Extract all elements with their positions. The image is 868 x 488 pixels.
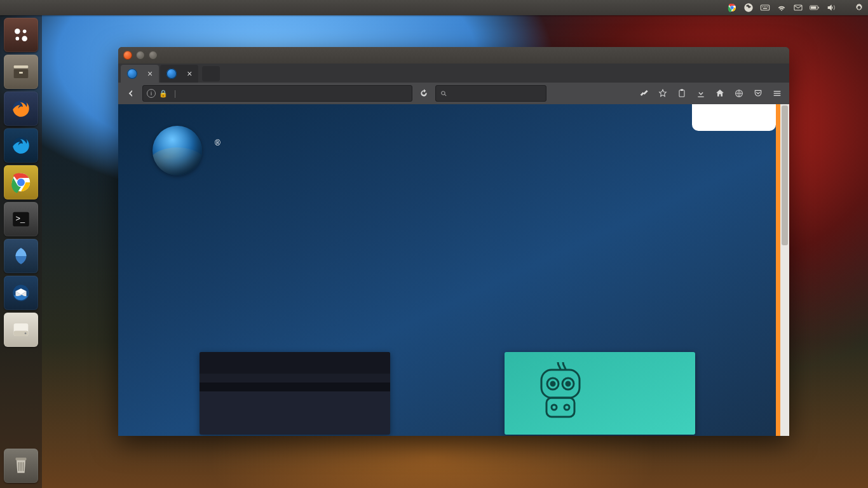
svg-rect-31 — [20, 462, 22, 471]
svg-point-22 — [17, 179, 25, 186]
unity-launcher: >_ — [0, 15, 42, 488]
svg-rect-38 — [774, 95, 781, 96]
svg-rect-32 — [23, 462, 24, 471]
svg-point-1 — [730, 6, 733, 9]
search-bar[interactable] — [435, 85, 546, 102]
battery-indicator-icon[interactable] — [810, 3, 820, 13]
feature-card-challenger[interactable] — [505, 352, 695, 435]
svg-text:>_: >_ — [16, 214, 25, 223]
launcher-firefox[interactable] — [4, 92, 38, 126]
devtools-header — [200, 352, 390, 374]
hero-section — [118, 215, 776, 265]
svg-rect-18 — [19, 72, 23, 74]
devtools-tabs — [200, 374, 390, 383]
window-close-button[interactable] — [123, 51, 132, 60]
mozilla-corner-tab[interactable] — [692, 104, 776, 131]
keyboard-indicator-icon[interactable] — [760, 3, 770, 13]
devtools-timeline — [200, 383, 390, 391]
window-titlebar[interactable] — [118, 47, 789, 64]
page-content: ® — [118, 104, 789, 436]
browser-window: × × i 🔒 | — [118, 47, 789, 436]
svg-rect-3 — [762, 6, 763, 7]
scrollbar-thumb[interactable] — [782, 105, 788, 245]
launcher-firefox-dev[interactable] — [4, 128, 38, 163]
search-icon — [440, 90, 448, 98]
svg-rect-16 — [14, 65, 29, 68]
brand-name: ® — [215, 139, 220, 161]
svg-rect-29 — [16, 458, 27, 460]
svg-rect-37 — [774, 93, 781, 93]
pocket-icon[interactable] — [750, 85, 766, 102]
launcher-chrome[interactable] — [4, 165, 38, 200]
launcher-app[interactable] — [4, 239, 38, 273]
hero-heading — [118, 215, 776, 251]
svg-rect-2 — [761, 5, 769, 10]
window-maximize-button[interactable] — [149, 51, 158, 60]
settings-indicator-icon[interactable] — [854, 3, 864, 13]
svg-rect-11 — [811, 6, 817, 9]
wifi-indicator-icon[interactable] — [776, 3, 787, 13]
svg-rect-10 — [818, 7, 819, 8]
launcher-trash[interactable] — [4, 449, 38, 483]
accent-stripe — [776, 104, 780, 436]
launcher-dash[interactable] — [4, 18, 38, 52]
window-minimize-button[interactable] — [136, 51, 145, 60]
home-icon[interactable] — [712, 85, 728, 102]
bookmark-star-icon[interactable] — [654, 85, 671, 102]
tab-close-icon[interactable]: × — [147, 69, 153, 78]
reload-button[interactable] — [415, 85, 433, 102]
chrome-indicator-icon[interactable] — [727, 3, 737, 13]
svg-point-13 — [23, 30, 27, 34]
svg-point-43 — [566, 382, 570, 386]
tab-inactive[interactable]: × — [160, 65, 198, 83]
launcher-thunderbird[interactable] — [4, 276, 38, 310]
svg-point-45 — [552, 405, 557, 410]
svg-point-42 — [551, 382, 555, 386]
svg-rect-34 — [681, 89, 683, 91]
webide-icon[interactable] — [731, 85, 747, 102]
volume-indicator-icon[interactable] — [826, 3, 836, 13]
svg-rect-33 — [679, 90, 684, 97]
devtools-icon[interactable] — [635, 85, 652, 102]
brand-block: ® — [153, 126, 220, 175]
new-tab-button[interactable] — [202, 66, 220, 81]
tab-favicon — [127, 69, 137, 79]
svg-rect-36 — [774, 91, 781, 92]
svg-point-46 — [564, 405, 569, 410]
indicator-icon[interactable] — [743, 3, 754, 13]
launcher-files[interactable] — [4, 55, 38, 89]
lock-icon: 🔒 — [159, 90, 168, 98]
tab-strip: × × — [118, 64, 789, 83]
feature-card-devtools[interactable] — [200, 352, 390, 435]
svg-point-12 — [15, 29, 20, 34]
robot-illustration-icon — [524, 358, 600, 428]
svg-rect-5 — [766, 6, 766, 7]
downloads-icon[interactable] — [693, 85, 709, 102]
clipboard-icon[interactable] — [674, 85, 690, 102]
svg-point-15 — [22, 36, 27, 41]
tab-favicon — [166, 69, 177, 79]
vertical-scrollbar[interactable] — [780, 104, 789, 436]
mail-indicator-icon[interactable] — [793, 3, 803, 13]
svg-point-14 — [16, 37, 20, 41]
svg-rect-6 — [767, 6, 768, 7]
hamburger-menu-icon[interactable] — [769, 85, 785, 102]
site-info-icon[interactable]: i — [147, 89, 156, 98]
tab-close-icon[interactable]: × — [187, 69, 192, 78]
launcher-disk[interactable] — [4, 313, 38, 347]
navigation-toolbar: i 🔒 | — [118, 83, 789, 104]
svg-rect-4 — [764, 6, 764, 7]
url-bar[interactable]: i 🔒 | — [142, 85, 412, 102]
svg-rect-7 — [763, 8, 768, 9]
tab-active[interactable]: × — [121, 65, 159, 83]
system-menu-bar — [0, 0, 868, 15]
back-button[interactable] — [122, 85, 140, 102]
svg-rect-8 — [794, 5, 802, 10]
svg-point-28 — [25, 332, 27, 334]
firefox-dev-logo-icon — [153, 126, 202, 175]
svg-rect-30 — [18, 462, 20, 471]
launcher-terminal[interactable]: >_ — [4, 202, 38, 236]
